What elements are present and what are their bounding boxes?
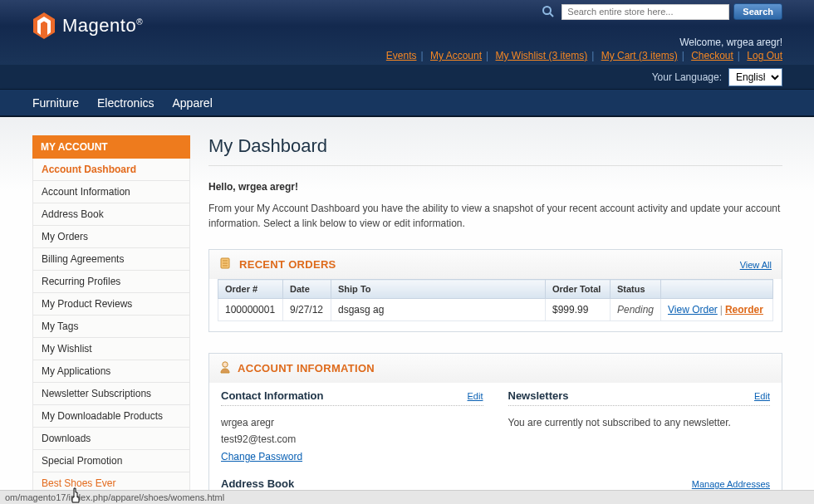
header-links: Events| My Account| My Wishlist (3 items… [386,50,782,61]
page-title: My Dashboard [208,135,782,166]
search-input[interactable] [561,4,729,20]
search-button[interactable]: Search [733,3,782,20]
hello-text: Hello, wrgea aregr! [208,181,782,193]
sidebar-item-account-info[interactable]: Account Information [33,181,189,203]
sidebar-item-wishlist[interactable]: My Wishlist [33,338,189,360]
th-date: Date [283,280,331,299]
link-events[interactable]: Events [386,50,417,61]
nav-bar: Furniture Electronics Apparel [0,90,814,116]
sidebar-item-address-book[interactable]: Address Book [33,203,189,226]
account-info-cols: Contact Information Edit wrgea aregr tes… [209,383,782,477]
change-password-link[interactable]: Change Password [221,451,302,462]
address-title: Address Book [221,477,294,490]
sidebar-title: MY ACCOUNT [32,135,190,159]
newsletter-col: Newsletters Edit You are currently not s… [508,389,771,465]
reorder-link[interactable]: Reorder [725,304,763,316]
newsletter-edit-link[interactable]: Edit [754,391,770,401]
sidebar-item-billing[interactable]: Billing Agreements [33,248,189,271]
nav-furniture[interactable]: Furniture [32,96,79,110]
sidebar-body: Account Dashboard Account Information Ad… [32,159,190,495]
sidebar-item-my-orders[interactable]: My Orders [33,226,189,248]
brand-text: Magento® [62,15,143,37]
main: My Dashboard Hello, wrgea aregr! From yo… [208,135,782,504]
newsletter-text: You are currently not subscribed to any … [508,414,771,431]
sidebar-item-recurring[interactable]: Recurring Profiles [33,271,189,293]
cell-status: Pending [610,299,660,321]
search-area: Search [539,2,782,21]
magento-logo-icon [32,12,56,39]
welcome-text: Welcome, wrgea aregr! [679,37,782,48]
link-my-account[interactable]: My Account [430,50,482,61]
intro-text: From your My Account Dashboard you have … [208,201,782,231]
view-order-link[interactable]: View Order [668,304,718,316]
header-top: Magento® Search Welcome, wrgea aregr! Ev… [0,0,814,65]
language-row: Your Language: English [0,65,814,90]
sidebar-item-downloadable[interactable]: My Downloadable Products [33,405,189,428]
user-icon [219,360,231,376]
cell-total: $999.99 [545,299,610,321]
manage-addresses-link[interactable]: Manage Addresses [692,479,770,489]
orders-table: Order # Date Ship To Order Total Status … [218,279,773,321]
recent-orders-title: RECENT ORDERS [239,258,336,271]
sidebar-item-reviews[interactable]: My Product Reviews [33,293,189,316]
contact-email: test92@test.com [221,431,483,448]
svg-point-6 [223,362,228,367]
sidebar-item-dashboard[interactable]: Account Dashboard [33,159,189,181]
sidebar: MY ACCOUNT Account Dashboard Account Inf… [32,135,190,504]
contact-col: Contact Information Edit wrgea aregr tes… [221,389,483,465]
th-actions [661,280,773,299]
content: MY ACCOUNT Account Dashboard Account Inf… [0,117,814,504]
table-row: 100000001 9/27/12 dsgasg ag $999.99 Pend… [218,299,773,321]
cell-ship-to: dsgasg ag [331,299,546,321]
link-logout[interactable]: Log Out [747,50,782,61]
cell-date: 9/27/12 [283,299,331,321]
contact-edit-link[interactable]: Edit [468,391,483,401]
sidebar-item-downloads[interactable]: Downloads [33,428,189,450]
account-info-header: ACCOUNT INFORMATION [209,354,782,383]
view-all-link[interactable]: View All [740,260,772,270]
orders-icon [219,257,233,272]
account-info-title: ACCOUNT INFORMATION [238,362,375,374]
sidebar-item-newsletter[interactable]: Newsletter Subscriptions [33,383,189,405]
table-header-row: Order # Date Ship To Order Total Status [218,280,773,299]
th-order-no: Order # [218,280,283,299]
link-checkout[interactable]: Checkout [691,50,733,61]
th-ship-to: Ship To [331,280,546,299]
svg-point-0 [543,7,551,14]
sidebar-item-special-promo[interactable]: Special Promotion [33,450,189,472]
svg-line-1 [550,13,553,17]
language-select[interactable]: English [728,68,782,86]
recent-orders-box: RECENT ORDERS View All Order # Date Ship… [208,249,782,332]
sidebar-item-applications[interactable]: My Applications [33,360,189,383]
cell-order-no: 100000001 [218,299,283,321]
link-my-wishlist[interactable]: My Wishlist (3 items) [496,50,588,61]
account-info-box: ACCOUNT INFORMATION Contact Information … [208,353,782,496]
contact-title: Contact Information [221,389,324,402]
nav-apparel[interactable]: Apparel [173,96,213,110]
th-status: Status [610,280,660,299]
search-icon [539,2,557,21]
sidebar-item-tags[interactable]: My Tags [33,316,189,338]
status-bar: om/magento17/index.php/apparel/shoes/wom… [0,490,814,504]
language-label: Your Language: [652,71,722,83]
header: Magento® Search Welcome, wrgea aregr! Ev… [0,0,814,117]
recent-orders-header: RECENT ORDERS View All [209,250,782,279]
logo[interactable]: Magento® [32,12,143,39]
link-my-cart[interactable]: My Cart (3 items) [601,50,678,61]
nav-electronics[interactable]: Electronics [97,96,154,110]
contact-name: wrgea aregr [221,414,483,431]
th-total: Order Total [545,280,610,299]
cell-actions: View Order|Reorder [661,299,773,321]
newsletter-title: Newsletters [508,389,569,402]
